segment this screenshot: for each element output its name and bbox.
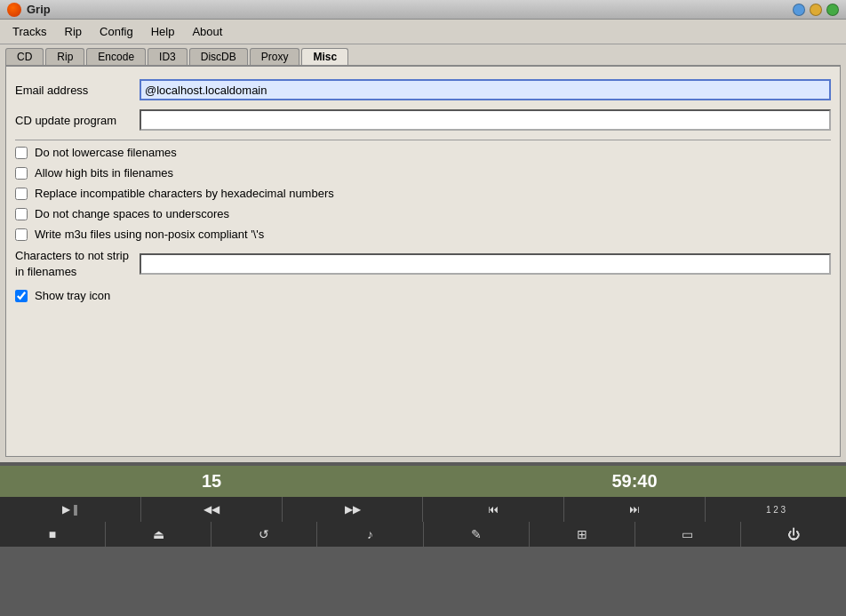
show-tray-label: Show tray icon (35, 289, 110, 302)
content-panel: Email address CD update program Do not l… (0, 66, 846, 462)
check-row-hex-replace: Replace incompatible characters by hexad… (15, 187, 831, 200)
skip-fwd-button[interactable]: ⏭ (564, 497, 706, 522)
sub-tab-bar: CD Rip Encode ID3 DiscDB Proxy Misc (0, 44, 846, 66)
email-row: Email address (15, 79, 831, 100)
minimize-button[interactable] (793, 4, 805, 16)
no-spaces-checkbox[interactable] (15, 208, 28, 220)
check-row-m3u: Write m3u files using non-posix complian… (15, 228, 831, 241)
fast-forward-button[interactable]: ▶▶ (283, 497, 424, 522)
email-label: Email address (15, 84, 140, 97)
edit-button[interactable]: ✎ (424, 522, 530, 547)
window-title: Grip (27, 3, 51, 16)
eject-button[interactable]: ⏏ (106, 522, 212, 547)
misc-panel: Email address CD update program Do not l… (5, 66, 841, 457)
no-lowercase-checkbox[interactable] (15, 147, 28, 159)
check-row-high-bits: Allow high bits in filenames (15, 166, 831, 180)
split-button[interactable]: ⊞ (530, 522, 635, 547)
close-button[interactable] (826, 4, 839, 16)
track-number: 15 (0, 471, 423, 492)
volume-button[interactable]: ♪ (317, 522, 423, 547)
title-bar-left: Grip (7, 3, 51, 17)
menu-help[interactable]: Help (142, 23, 184, 40)
stop-button[interactable]: ■ (0, 522, 106, 547)
transport-bar-2: ■ ⏏ ↺ ♪ ✎ ⊞ ▭ ⏻ (0, 522, 846, 547)
tab-rip[interactable]: Rip (45, 48, 84, 65)
play-pause-button[interactable]: ▶ ‖ (0, 497, 141, 522)
time-display: 59:40 (423, 471, 846, 492)
email-input[interactable] (140, 79, 831, 100)
grip-icon (7, 3, 21, 17)
transport-bar-1: ▶ ‖ ◀◀ ▶▶ ⏮ ⏭ 1 2 3 (0, 497, 846, 522)
title-bar: Grip (0, 0, 846, 20)
skip-back-button[interactable]: ⏮ (423, 497, 564, 522)
tab-discdb[interactable]: DiscDB (189, 48, 248, 65)
rewind-button[interactable]: ◀◀ (141, 497, 283, 522)
power-button[interactable]: ⏻ (741, 522, 846, 547)
m3u-label: Write m3u files using non-posix complian… (35, 228, 264, 241)
tab-id3[interactable]: ID3 (148, 48, 188, 65)
show-tray-checkbox[interactable] (15, 290, 28, 302)
cd-update-label: CD update program (15, 114, 140, 127)
chars-label: Characters to not stripin filenames (15, 248, 140, 280)
high-bits-checkbox[interactable] (15, 167, 28, 180)
tab-misc[interactable]: Misc (301, 48, 348, 65)
loop-button[interactable]: ↺ (212, 522, 317, 547)
window-controls (793, 4, 839, 16)
chars-input[interactable] (140, 253, 831, 275)
menu-rip[interactable]: Rip (56, 23, 92, 40)
menu-bar: Tracks Rip Config Help About (0, 20, 846, 44)
cd-update-row: CD update program (15, 109, 831, 131)
cd-update-input[interactable] (140, 109, 831, 131)
maximize-button[interactable] (810, 4, 822, 16)
high-bits-label: Allow high bits in filenames (35, 166, 173, 180)
counter-button[interactable]: 1 2 3 (706, 497, 846, 522)
menu-tracks[interactable]: Tracks (4, 23, 56, 40)
window-button[interactable]: ▭ (635, 522, 741, 547)
status-bar: 15 59:40 (0, 466, 846, 497)
tab-cd[interactable]: CD (5, 48, 44, 65)
menu-config[interactable]: Config (91, 23, 142, 40)
m3u-checkbox[interactable] (15, 228, 28, 241)
hex-replace-label: Replace incompatible characters by hexad… (35, 187, 334, 200)
menu-about[interactable]: About (183, 23, 231, 40)
check-row-tray: Show tray icon (15, 289, 831, 302)
tab-proxy[interactable]: Proxy (250, 48, 300, 65)
no-spaces-label: Do not change spaces to underscores (35, 207, 229, 220)
chars-row: Characters to not stripin filenames (15, 248, 831, 280)
check-row-no-spaces: Do not change spaces to underscores (15, 207, 831, 220)
hex-replace-checkbox[interactable] (15, 188, 28, 200)
tab-encode[interactable]: Encode (86, 48, 146, 65)
check-row-no-lowercase: Do not lowercase filenames (15, 146, 831, 159)
no-lowercase-label: Do not lowercase filenames (35, 146, 177, 159)
